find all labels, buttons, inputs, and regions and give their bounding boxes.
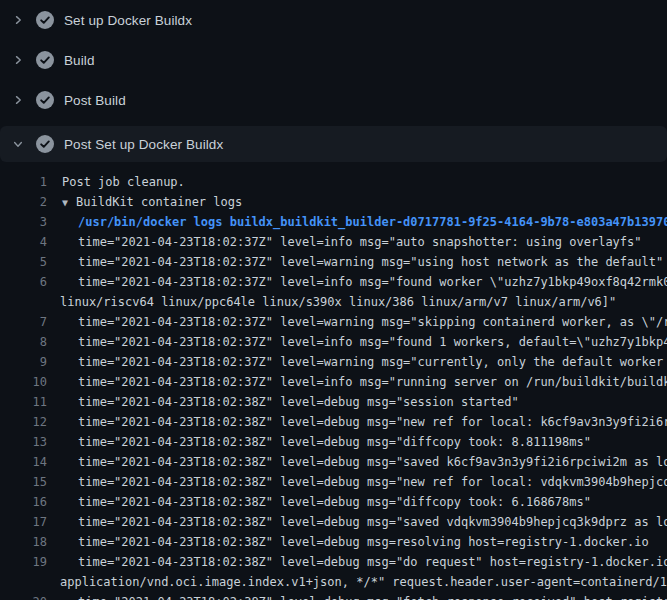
chevron-down-icon[interactable] <box>12 138 24 150</box>
log-line: 16 time="2021-04-23T18:02:38Z" level=deb… <box>0 492 667 512</box>
log-line-number[interactable]: 19 <box>0 552 47 572</box>
log-line-number[interactable]: 1 <box>0 172 47 192</box>
log-line-number[interactable]: 20 <box>0 592 47 600</box>
log-line: 13 time="2021-04-23T18:02:38Z" level=deb… <box>0 432 667 452</box>
log-line-number[interactable]: 18 <box>0 532 47 552</box>
log-line-number[interactable]: 11 <box>0 392 47 412</box>
log-line: 6 time="2021-04-23T18:02:37Z" level=info… <box>0 272 667 292</box>
log-line-number[interactable]: 3 <box>0 212 47 232</box>
log-line-text: time="2021-04-23T18:02:37Z" level=info m… <box>78 332 667 352</box>
log-line: 19 time="2021-04-23T18:02:38Z" level=deb… <box>0 552 667 572</box>
log-line: application/vnd.oci.image.index.v1+json,… <box>0 572 667 592</box>
log-line: 2 ▼ BuildKit container logs <box>0 192 667 212</box>
log-line-text: ▼ BuildKit container logs <box>62 192 242 212</box>
step-row-2[interactable]: Post Build <box>0 86 667 114</box>
log-line-text: time="2021-04-23T18:02:38Z" level=debug … <box>78 472 667 492</box>
log-line: 18 time="2021-04-23T18:02:38Z" level=deb… <box>0 532 667 552</box>
step-row-1[interactable]: Build <box>0 46 667 74</box>
step-label: Build <box>64 53 95 68</box>
steps-list: Set up Docker Buildx Build P <box>0 0 667 162</box>
log-line: 14 time="2021-04-23T18:02:38Z" level=deb… <box>0 452 667 472</box>
log-line-number[interactable]: 5 <box>0 252 47 272</box>
log-line-text: time="2021-04-23T18:02:38Z" level=debug … <box>78 512 667 532</box>
log-line-number[interactable]: 10 <box>0 372 47 392</box>
log-line: 11 time="2021-04-23T18:02:38Z" level=deb… <box>0 392 667 412</box>
log-line: 7 time="2021-04-23T18:02:37Z" level=warn… <box>0 312 667 332</box>
log-line-text: time="2021-04-23T18:02:38Z" level=debug … <box>78 392 519 412</box>
log-line: 12 time="2021-04-23T18:02:38Z" level=deb… <box>0 412 667 432</box>
log-line-number[interactable]: 17 <box>0 512 47 532</box>
log-line: linux/riscv64 linux/ppc64le linux/s390x … <box>0 292 667 312</box>
log-line: 4 time="2021-04-23T18:02:37Z" level=info… <box>0 232 667 252</box>
log-line: 5 time="2021-04-23T18:02:37Z" level=warn… <box>0 252 667 272</box>
log-line-number[interactable]: 9 <box>0 352 47 372</box>
check-circle-icon <box>36 135 54 153</box>
log-line-number[interactable]: 6 <box>0 272 47 292</box>
actions-log-viewer: Set up Docker Buildx Build P <box>0 0 667 600</box>
log-line-text: application/vnd.oci.image.index.v1+json,… <box>60 572 667 592</box>
log-line-text: time="2021-04-23T18:02:38Z" level=debug … <box>78 532 649 552</box>
log-line-text: linux/riscv64 linux/ppc64le linux/s390x … <box>60 292 616 312</box>
log-line-text: time="2021-04-23T18:02:38Z" level=debug … <box>78 552 667 572</box>
check-circle-icon <box>36 11 54 29</box>
log-line: 8 time="2021-04-23T18:02:37Z" level=info… <box>0 332 667 352</box>
log-line-number[interactable]: 2 <box>0 192 47 212</box>
log-line-text: time="2021-04-23T18:02:38Z" level=debug … <box>78 412 667 432</box>
log-line: 9 time="2021-04-23T18:02:37Z" level=warn… <box>0 352 667 372</box>
log-line-number[interactable] <box>0 572 47 592</box>
log-line-number[interactable]: 7 <box>0 312 47 332</box>
check-circle-icon <box>36 91 54 109</box>
log-line: 20 time="2021-04-23T18:02:38Z" level=deb… <box>0 592 667 600</box>
group-label[interactable]: BuildKit container logs <box>76 195 242 209</box>
log-line: 1 Post job cleanup. <box>0 172 667 192</box>
step-label: Post Build <box>64 93 126 108</box>
log-line: 10 time="2021-04-23T18:02:37Z" level=inf… <box>0 372 667 392</box>
log-line-text: time="2021-04-23T18:02:37Z" level=info m… <box>78 372 667 392</box>
step-row-0[interactable]: Set up Docker Buildx <box>0 6 667 34</box>
log-line-text: Post job cleanup. <box>62 172 185 192</box>
step-row-expanded[interactable]: Post Set up Docker Buildx <box>0 126 667 162</box>
step-label: Set up Docker Buildx <box>64 13 192 28</box>
log-line-text: time="2021-04-23T18:02:37Z" level=warnin… <box>78 252 663 272</box>
chevron-right-icon[interactable] <box>12 94 24 106</box>
log-line-text: time="2021-04-23T18:02:38Z" level=debug … <box>78 452 667 472</box>
log-line-number[interactable]: 13 <box>0 432 47 452</box>
log-line: 17 time="2021-04-23T18:02:38Z" level=deb… <box>0 512 667 532</box>
log-line-number[interactable]: 12 <box>0 412 47 432</box>
log-line-number[interactable]: 15 <box>0 472 47 492</box>
chevron-right-icon[interactable] <box>12 54 24 66</box>
log-line-text: time="2021-04-23T18:02:38Z" level=debug … <box>78 432 591 452</box>
log-line-text: time="2021-04-23T18:02:38Z" level=debug … <box>78 592 667 600</box>
log-line-text: time="2021-04-23T18:02:37Z" level=warnin… <box>78 352 667 372</box>
check-circle-icon <box>36 51 54 69</box>
log-line-text: time="2021-04-23T18:02:37Z" level=info m… <box>78 272 667 292</box>
log-lines: 1 Post job cleanup. 2 ▼ BuildKit contain… <box>0 162 667 600</box>
log-line-text: time="2021-04-23T18:02:37Z" level=warnin… <box>78 312 667 332</box>
group-toggle-caret-icon[interactable]: ▼ <box>62 197 74 208</box>
log-line: 3 /usr/bin/docker logs buildx_buildkit_b… <box>0 212 667 232</box>
log-line-number[interactable]: 4 <box>0 232 47 252</box>
chevron-right-icon[interactable] <box>12 14 24 26</box>
log-line-number[interactable]: 14 <box>0 452 47 472</box>
log-line-text: /usr/bin/docker logs buildx_buildkit_bui… <box>78 212 667 232</box>
log-line-text: time="2021-04-23T18:02:37Z" level=info m… <box>78 232 642 252</box>
log-line-text: time="2021-04-23T18:02:38Z" level=debug … <box>78 492 591 512</box>
log-line-number[interactable]: 16 <box>0 492 47 512</box>
log-line: 15 time="2021-04-23T18:02:38Z" level=deb… <box>0 472 667 492</box>
step-label: Post Set up Docker Buildx <box>64 137 223 152</box>
log-line-number[interactable] <box>0 292 47 312</box>
log-line-number[interactable]: 8 <box>0 332 47 352</box>
